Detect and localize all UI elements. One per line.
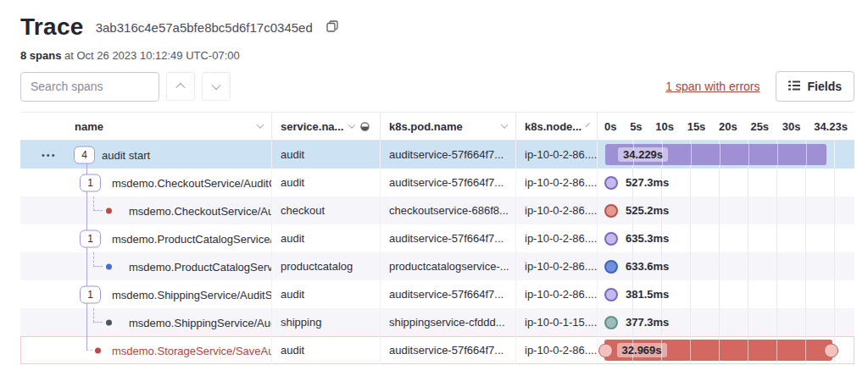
span-sphere-icon[interactable] (604, 316, 618, 329)
column-header-name[interactable]: name (20, 113, 271, 140)
next-match-button[interactable] (202, 72, 231, 101)
span-row[interactable]: msdemo.CheckoutService/Audi...checkoutch… (20, 196, 854, 224)
span-name-cell: msdemo.StorageService/SaveAudit (20, 336, 271, 364)
axis-tick-label: 5s (630, 120, 642, 133)
chevron-down-icon (211, 80, 220, 90)
span-name-cell: 1msdemo.CheckoutService/AuditC... (20, 169, 271, 196)
tree-line (86, 308, 87, 336)
tree-line (86, 252, 87, 280)
waterfall-cell: 34.229s (597, 141, 854, 169)
span-row[interactable]: msdemo.ProductCatalogServic...productcat… (20, 252, 854, 280)
expand-count-box[interactable]: 1 (80, 229, 101, 247)
span-count: 8 spans (20, 49, 61, 62)
span-name: msdemo.ShippingService/AuditShi... (112, 288, 271, 301)
sort-chevron-icon[interactable] (501, 121, 508, 128)
span-duration-row: 525.2ms (598, 196, 854, 224)
span-duration-row: 381.5ms (598, 280, 854, 308)
span-row[interactable]: 1msdemo.CheckoutService/AuditC...auditau… (20, 169, 854, 196)
sort-chevron-icon[interactable] (586, 123, 590, 127)
tree-elbow (93, 308, 103, 323)
copy-trace-id-button[interactable] (325, 19, 340, 36)
column-header-node-name[interactable]: k8s.node... (515, 113, 597, 140)
trace-id: 3ab316c4e57a5bfe8bc5d6f17c0345ed (96, 20, 313, 35)
tree-elbow (93, 196, 103, 211)
service-cell: audit (271, 141, 380, 169)
span-row[interactable]: msdemo.ShippingService/Audit...shippings… (20, 308, 854, 336)
duration-label: 377.3ms (626, 316, 669, 329)
search-input[interactable] (20, 72, 159, 102)
span-sphere-icon[interactable] (604, 288, 618, 301)
service-cell: audit (271, 169, 380, 196)
service-cell: shipping (271, 308, 380, 336)
duration-label: 633.6ms (626, 260, 669, 273)
waterfall-cell: 377.3ms (597, 308, 854, 336)
span-sphere-icon[interactable] (604, 260, 618, 274)
kebab-menu-icon[interactable]: ••• (42, 150, 57, 160)
page-header: Trace 3ab316c4e57a5bfe8bc5d6f17c0345ed (20, 14, 854, 41)
tree-elbow (86, 336, 92, 351)
service-cell: audit (271, 280, 380, 308)
tree-dot (106, 319, 112, 325)
service-cell: audit (271, 336, 380, 364)
toolbar: 1 span with errors Fields (20, 71, 854, 102)
column-header-pod-name[interactable]: k8s.pod.name (380, 113, 515, 140)
duration-bar[interactable]: 32.969s (604, 340, 833, 361)
axis-tick-label: 0s (604, 120, 616, 133)
tree-dot (95, 347, 101, 353)
span-count-summary: 8 spans at Oct 26 2023 10:12:49 UTC-07:0… (20, 49, 854, 62)
pod-cell: auditservice-57f664f7... (380, 224, 515, 252)
expand-count-box[interactable]: 1 (80, 285, 101, 303)
droplet-icon (360, 122, 370, 131)
column-label: k8s.node... (525, 120, 581, 133)
column-label: service.na... (281, 120, 343, 133)
span-row[interactable]: 1msdemo.ShippingService/AuditShi...audit… (20, 280, 854, 308)
service-cell: audit (271, 224, 380, 252)
span-name-cell: •••4audit start (20, 141, 271, 169)
service-cell: productcatalog (271, 252, 380, 280)
page-title: Trace (20, 14, 84, 41)
fields-button-label: Fields (808, 80, 842, 93)
span-name-cell: msdemo.ProductCatalogServic... (20, 252, 271, 280)
span-sphere-icon[interactable] (604, 176, 618, 190)
node-cell: ip-10-0-2-86.... (515, 252, 597, 280)
chevron-up-icon (175, 83, 185, 92)
duration-label: 527.3ms (626, 176, 669, 189)
axis-tick-label: 25s (750, 120, 769, 133)
column-header-service-name[interactable]: service.na... (271, 113, 380, 140)
span-name: msdemo.CheckoutService/AuditC... (112, 176, 271, 189)
expand-count-box[interactable]: 1 (80, 174, 101, 191)
span-sphere-icon[interactable] (604, 232, 618, 246)
table-body: •••4audit startauditauditservice-57f664f… (20, 141, 854, 364)
node-cell: ip-10-0-2-86.... (515, 280, 597, 308)
duration-bar[interactable]: 34.229s (605, 144, 826, 165)
span-name: msdemo.ProductCatalogService/A... (112, 232, 271, 245)
node-cell: ip-10-0-2-86.... (515, 196, 597, 224)
errors-link[interactable]: 1 span with errors (665, 80, 760, 93)
axis-tick-label: 20s (719, 120, 737, 133)
span-sphere-icon[interactable] (604, 204, 618, 218)
duration-label: 34.229s (618, 147, 668, 162)
span-duration-row: 527.3ms (598, 169, 854, 196)
pod-cell: productcatalogservice-... (380, 252, 515, 280)
waterfall-cell: 381.5ms (597, 280, 854, 308)
span-row[interactable]: msdemo.StorageService/SaveAuditauditaudi… (20, 336, 854, 364)
waterfall-cell: 525.2ms (597, 196, 854, 224)
node-cell: ip-10-0-2-86.... (515, 336, 597, 364)
sort-chevron-icon[interactable] (257, 121, 264, 128)
tree-elbow (93, 252, 103, 267)
fields-button[interactable]: Fields (776, 71, 854, 102)
span-name-cell: msdemo.ShippingService/Audit... (20, 308, 271, 336)
prev-match-button[interactable] (166, 72, 195, 101)
span-row[interactable]: 1msdemo.ProductCatalogService/A...audita… (20, 224, 854, 252)
expand-count-box[interactable]: 4 (74, 146, 95, 163)
span-name: msdemo.ProductCatalogServic... (129, 260, 271, 273)
sort-chevron-icon[interactable] (348, 121, 355, 128)
span-name-cell: 1msdemo.ShippingService/AuditShi... (20, 280, 271, 308)
span-end-circle (824, 343, 838, 357)
span-row[interactable]: •••4audit startauditauditservice-57f664f… (20, 141, 854, 169)
node-cell: ip-10-0-1-15.... (515, 308, 597, 336)
pod-cell: shippingservice-cfddd... (380, 308, 515, 336)
pod-cell: auditservice-57f664f7... (380, 169, 515, 196)
pod-cell: auditservice-57f664f7... (380, 336, 515, 364)
column-label: name (75, 120, 103, 133)
